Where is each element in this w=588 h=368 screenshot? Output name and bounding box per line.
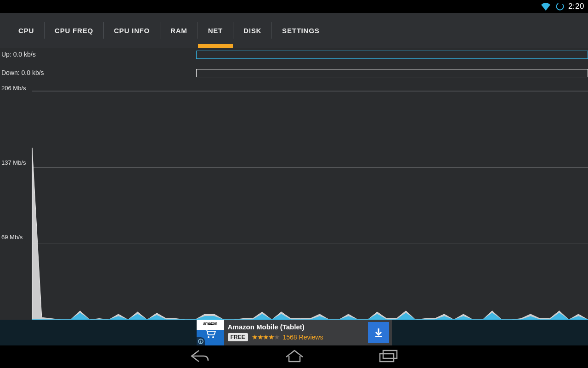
ad-download-button[interactable] — [368, 322, 389, 343]
net-up-label: Up: 0.0 kb/s — [1, 51, 36, 58]
recent-apps-button[interactable] — [378, 349, 398, 365]
ad-star-rating: ★★★★★ — [252, 333, 279, 341]
ad-price-badge: FREE — [228, 333, 248, 341]
svg-rect-7 — [200, 341, 201, 343]
y-tick-label: 137 Mb/s — [1, 159, 26, 166]
wifi-icon — [541, 2, 551, 11]
tab-net[interactable]: NET — [198, 13, 233, 48]
chart-canvas — [0, 82, 588, 320]
ad-brand-text: amazon — [203, 321, 217, 326]
tab-label: CPU INFO — [114, 27, 150, 34]
system-navbar — [0, 345, 588, 368]
ad-box[interactable]: amazon Amazon Mobile (Tablet) FREE ★★★★★… — [197, 320, 392, 345]
ad-title: Amazon Mobile (Tablet) — [228, 323, 368, 331]
y-tick-label: 206 Mb/s — [1, 85, 26, 92]
cart-icon — [203, 328, 218, 339]
svg-point-0 — [555, 2, 565, 11]
ad-meta: Amazon Mobile (Tablet) FREE ★★★★★ 1568 R… — [224, 320, 368, 345]
status-bar: 2:20 — [0, 0, 588, 13]
svg-rect-11 — [383, 351, 397, 358]
tab-ram[interactable]: RAM — [160, 13, 198, 48]
net-content: Up: 0.0 kb/s Down: 0.0 kb/s 206 Mb/s 137… — [0, 48, 588, 320]
ad-banner: amazon Amazon Mobile (Tablet) FREE ★★★★★… — [0, 320, 588, 345]
tab-label: CPU — [18, 27, 34, 34]
tab-cpu-info[interactable]: CPU INFO — [104, 13, 160, 48]
net-down-bar — [196, 69, 588, 77]
net-up-bar — [196, 51, 588, 59]
ad-app-icon: amazon — [197, 320, 224, 345]
tab-disk[interactable]: DISK — [233, 13, 271, 48]
tab-bar: CPU CPU FREQ CPU INFO RAM NET DISK SETTI… — [0, 13, 588, 48]
tab-cpu[interactable]: CPU — [8, 13, 44, 48]
net-up-row: Up: 0.0 kb/s — [0, 48, 588, 63]
ad-info-icon[interactable] — [197, 337, 205, 345]
tab-settings[interactable]: SETTINGS — [272, 13, 329, 48]
tab-label: DISK — [243, 27, 261, 34]
svg-rect-10 — [380, 354, 394, 362]
svg-point-4 — [208, 336, 209, 338]
tab-label: SETTINGS — [282, 27, 319, 34]
back-button[interactable] — [190, 349, 211, 365]
net-down-label: Down: 0.0 kb/s — [1, 69, 44, 76]
net-chart: 206 Mb/s 137 Mb/s 69 Mb/s — [0, 82, 588, 320]
loading-spinner-icon — [555, 2, 565, 11]
net-down-row: Down: 0.0 kb/s — [0, 66, 588, 81]
ad-reviews-count: 1568 Reviews — [283, 334, 323, 341]
svg-rect-9 — [375, 336, 382, 337]
status-clock: 2:20 — [568, 2, 584, 11]
download-arrow-icon — [373, 327, 384, 338]
svg-rect-8 — [200, 340, 201, 341]
tab-label: CPU FREQ — [55, 27, 93, 34]
tab-label: NET — [208, 27, 223, 34]
home-button[interactable] — [284, 349, 305, 365]
tab-cpu-freq[interactable]: CPU FREQ — [45, 13, 103, 48]
tab-label: RAM — [170, 27, 187, 34]
svg-point-5 — [212, 336, 214, 338]
y-tick-label: 69 Mb/s — [1, 234, 23, 241]
